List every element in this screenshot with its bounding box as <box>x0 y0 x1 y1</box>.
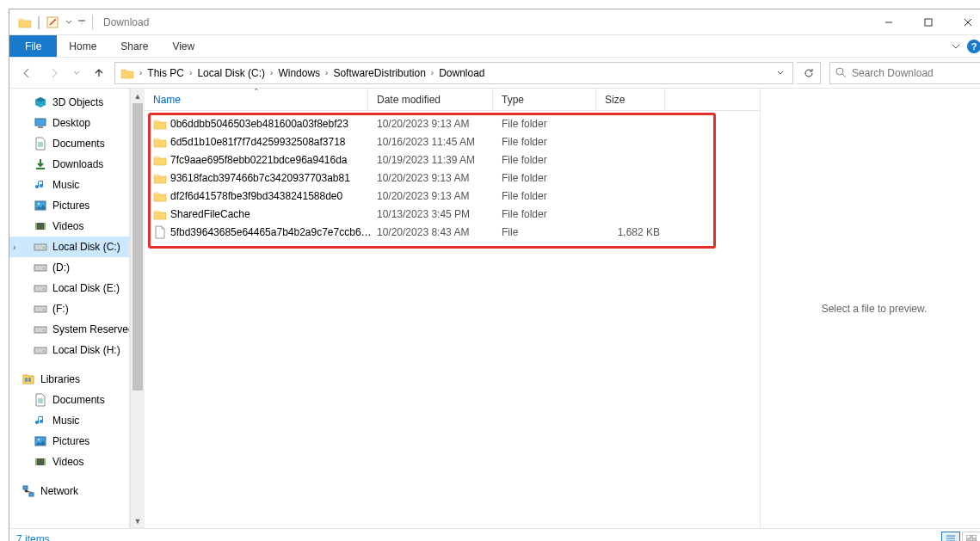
file-date: 10/13/2023 3:45 PM <box>372 208 496 220</box>
breadcrumb-softwaredistribution[interactable]: SoftwareDistribution <box>330 65 428 81</box>
svg-rect-29 <box>35 458 37 465</box>
thumbnails-view-button[interactable] <box>962 532 980 542</box>
file-row[interactable]: df2f6d41578fbe3f9bd3438241588de010/20/20… <box>145 187 760 205</box>
forward-button[interactable] <box>42 61 66 85</box>
address-bar[interactable]: › This PC › Local Disk (C:) › Windows › … <box>114 62 793 84</box>
video-icon <box>34 455 47 469</box>
folder-icon <box>153 153 167 167</box>
nav-libraries-header[interactable]: Libraries <box>9 369 129 390</box>
qat-overflow[interactable] <box>75 12 89 33</box>
breadcrumb-c[interactable]: Local Disk (C:) <box>194 65 268 81</box>
file-name: 7fc9aae695f8ebb0221bdce96a9416da <box>170 154 348 166</box>
file-row[interactable]: 7fc9aae695f8ebb0221bdce96a9416da10/19/20… <box>145 151 760 169</box>
breadcrumb-windows[interactable]: Windows <box>274 65 324 81</box>
nav-item[interactable]: System Reserved <box>9 319 129 340</box>
video-icon <box>34 219 47 233</box>
column-date[interactable]: Date modified <box>368 89 493 110</box>
column-size[interactable]: Size <box>596 89 665 110</box>
breadcrumb-download[interactable]: Download <box>435 65 488 81</box>
file-name: SharedFileCache <box>170 208 250 220</box>
back-button[interactable] <box>15 61 39 85</box>
nav-item[interactable]: Documents <box>9 390 129 410</box>
chevron-right-icon[interactable]: › <box>268 68 274 77</box>
recent-locations-button[interactable] <box>70 61 83 85</box>
file-rows[interactable]: 0b6ddbb5046503eb481600a03f8ebf2310/20/20… <box>145 111 760 528</box>
nav-item-label: Music <box>52 179 79 191</box>
music-icon <box>34 414 47 427</box>
address-dropdown-button[interactable] <box>770 64 791 83</box>
svg-rect-30 <box>44 458 46 465</box>
nav-item[interactable]: Pictures <box>9 195 129 216</box>
navpane-scrollbar[interactable]: ▲ ▼ <box>130 89 145 528</box>
svg-rect-5 <box>38 126 43 128</box>
nav-item-label: (F:) <box>52 303 69 315</box>
nav-item[interactable]: Local Disk (H:) <box>9 340 129 360</box>
drive-icon <box>34 261 47 274</box>
body: 3D ObjectsDesktopDocumentsDownloadsMusic… <box>9 89 980 528</box>
svg-rect-22 <box>34 347 46 353</box>
doc-icon <box>34 393 47 407</box>
nav-item[interactable]: ›Local Disk (C:) <box>9 237 129 257</box>
home-tab[interactable]: Home <box>57 35 108 57</box>
file-row[interactable]: 5fbd39643685e64465a7b4b2a9c7e7ccb69…10/2… <box>145 223 760 241</box>
breadcrumb-this-pc[interactable]: This PC <box>144 65 188 81</box>
nav-item[interactable]: Videos <box>9 452 129 472</box>
nav-item[interactable]: Pictures <box>9 431 129 452</box>
nav-network-header[interactable]: Network <box>9 481 129 501</box>
view-tab[interactable]: View <box>160 35 206 57</box>
search-input[interactable]: Search Download <box>829 62 980 84</box>
up-button[interactable] <box>87 61 111 85</box>
svg-point-19 <box>43 309 45 310</box>
svg-rect-4 <box>35 119 46 126</box>
scroll-down-button[interactable]: ▼ <box>131 513 145 528</box>
nav-item-label: Documents <box>52 394 105 406</box>
ribbon-expand-button[interactable] <box>952 42 960 51</box>
file-row[interactable]: 93618facb397466b7c3420937703ab8110/20/20… <box>145 169 760 187</box>
navigation-pane[interactable]: 3D ObjectsDesktopDocumentsDownloadsMusic… <box>9 89 130 528</box>
nav-item[interactable]: 3D Objects <box>9 92 129 113</box>
nav-item[interactable]: (D:) <box>9 257 129 278</box>
chevron-right-icon[interactable]: › <box>138 68 144 77</box>
nav-item[interactable]: Videos <box>9 216 129 237</box>
column-name[interactable]: ⌃ Name <box>145 89 368 110</box>
preview-message: Select a file to preview. <box>822 303 928 315</box>
scroll-thumb[interactable] <box>133 103 143 390</box>
column-type[interactable]: Type <box>493 89 596 110</box>
file-row[interactable]: SharedFileCache10/13/2023 3:45 PMFile fo… <box>145 205 760 223</box>
chevron-right-icon[interactable]: › <box>188 68 194 77</box>
chevron-right-icon[interactable]: › <box>324 68 330 77</box>
nav-item[interactable]: Music <box>9 175 129 195</box>
nav-item[interactable]: Downloads <box>9 154 129 175</box>
help-button[interactable]: ? <box>967 40 980 53</box>
svg-rect-24 <box>25 378 28 382</box>
minimize-button[interactable] <box>869 9 909 35</box>
svg-point-17 <box>43 288 45 290</box>
file-row[interactable]: 0b6ddbb5046503eb481600a03f8ebf2310/20/20… <box>145 114 760 132</box>
expand-caret-icon[interactable]: › <box>13 243 15 252</box>
share-tab[interactable]: Share <box>108 35 160 57</box>
nav-item-label: Downloads <box>52 158 103 170</box>
qat-folder-icon <box>15 12 35 33</box>
nav-item[interactable]: Local Disk (E:) <box>9 278 129 298</box>
nav-libraries-label: Libraries <box>40 373 80 385</box>
nav-item-label: Local Disk (C:) <box>52 241 120 253</box>
file-tab[interactable]: File <box>9 35 57 57</box>
nav-item-label: (D:) <box>52 261 70 274</box>
chevron-right-icon[interactable]: › <box>429 68 435 77</box>
details-view-button[interactable] <box>941 532 960 542</box>
download-icon <box>34 157 47 171</box>
file-row[interactable]: 6d5d1b10e81f7f7d4259932508af371810/16/20… <box>145 132 760 151</box>
qat-dropdown[interactable] <box>63 12 75 33</box>
nav-item[interactable]: Desktop <box>9 113 129 133</box>
refresh-button[interactable] <box>797 62 821 84</box>
qat-properties-button[interactable] <box>42 12 63 33</box>
nav-item[interactable]: Documents <box>9 133 129 154</box>
close-button[interactable] <box>948 9 980 35</box>
ribbon-tabs: File Home Share View ? <box>9 35 980 58</box>
nav-item[interactable]: Music <box>9 410 129 431</box>
scroll-up-button[interactable]: ▲ <box>131 89 145 103</box>
nav-item[interactable]: (F:) <box>9 298 129 319</box>
maximize-button[interactable] <box>909 9 948 35</box>
nav-item-label: Desktop <box>52 117 90 129</box>
drive-icon <box>34 343 47 357</box>
